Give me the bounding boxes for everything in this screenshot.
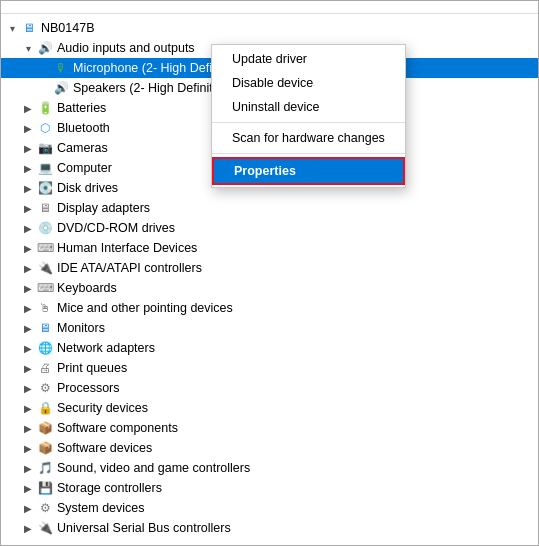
item-label: Audio inputs and outputs — [57, 41, 195, 55]
node-icon: 🌐 — [37, 340, 53, 356]
node-icon: 💾 — [37, 480, 53, 496]
item-label: Software components — [57, 421, 178, 435]
node-icon: 🔒 — [37, 400, 53, 416]
expand-icon[interactable]: ▶ — [21, 361, 35, 375]
tree-item[interactable]: ▶💿DVD/CD-ROM drives — [1, 218, 538, 238]
item-label: IDE ATA/ATAPI controllers — [57, 261, 202, 275]
node-icon: 📦 — [37, 420, 53, 436]
tree-item[interactable]: ▶📦Software devices — [1, 438, 538, 458]
tree-item[interactable]: ▶🎵Sound, video and game controllers — [1, 458, 538, 478]
node-icon: ⌨ — [37, 240, 53, 256]
title-bar — [1, 1, 538, 14]
item-label: Monitors — [57, 321, 105, 335]
tree-item[interactable]: ▶⌨Human Interface Devices — [1, 238, 538, 258]
tree-item[interactable]: ▶🖥Monitors — [1, 318, 538, 338]
item-label: Security devices — [57, 401, 148, 415]
tree-item[interactable]: ▶🔌Universal Serial Bus controllers — [1, 518, 538, 538]
node-icon: 💿 — [37, 220, 53, 236]
expand-icon[interactable]: ▾ — [21, 41, 35, 55]
device-manager-window: ▾🖥NB0147B▾🔊Audio inputs and outputs🎙Micr… — [0, 0, 539, 546]
node-icon: ⚙ — [37, 500, 53, 516]
tree-item[interactable]: ▶🔒Security devices — [1, 398, 538, 418]
expand-icon[interactable]: ▶ — [21, 341, 35, 355]
node-icon: 🖥 — [37, 320, 53, 336]
node-icon: 💻 — [37, 160, 53, 176]
item-label: Processors — [57, 381, 120, 395]
expand-icon[interactable]: ▶ — [21, 261, 35, 275]
expand-icon[interactable]: ▶ — [21, 161, 35, 175]
expand-icon[interactable]: ▶ — [21, 381, 35, 395]
tree-item[interactable]: ▶🖨Print queues — [1, 358, 538, 378]
expand-icon[interactable] — [37, 61, 51, 75]
item-label: Mice and other pointing devices — [57, 301, 233, 315]
context-menu: Update driverDisable deviceUninstall dev… — [211, 44, 406, 188]
expand-icon[interactable]: ▶ — [21, 521, 35, 535]
expand-icon[interactable]: ▶ — [21, 201, 35, 215]
tree-item[interactable]: ▶📦Software components — [1, 418, 538, 438]
item-label: Disk drives — [57, 181, 118, 195]
context-menu-separator — [212, 153, 405, 154]
item-label: Display adapters — [57, 201, 150, 215]
node-icon: 📦 — [37, 440, 53, 456]
expand-icon[interactable]: ▶ — [21, 101, 35, 115]
node-icon: 🎙 — [53, 60, 69, 76]
expand-icon[interactable]: ▶ — [21, 241, 35, 255]
context-menu-item[interactable]: Update driver — [212, 47, 405, 71]
expand-icon[interactable]: ▶ — [21, 421, 35, 435]
device-tree: ▾🖥NB0147B▾🔊Audio inputs and outputs🎙Micr… — [1, 14, 538, 545]
node-icon: 🖥 — [21, 20, 37, 36]
item-label: Cameras — [57, 141, 108, 155]
node-icon: 🔌 — [37, 260, 53, 276]
expand-icon[interactable]: ▶ — [21, 281, 35, 295]
item-label: System devices — [57, 501, 145, 515]
node-icon: 🎵 — [37, 460, 53, 476]
expand-icon[interactable]: ▶ — [21, 461, 35, 475]
tree-item[interactable]: ▶⌨Keyboards — [1, 278, 538, 298]
item-label: Computer — [57, 161, 112, 175]
context-menu-item[interactable]: Scan for hardware changes — [212, 126, 405, 150]
expand-icon[interactable]: ▶ — [21, 321, 35, 335]
context-menu-properties[interactable]: Properties — [212, 157, 405, 185]
expand-icon[interactable]: ▶ — [21, 441, 35, 455]
node-icon: ⌨ — [37, 280, 53, 296]
tree-item[interactable]: ▾🖥NB0147B — [1, 18, 538, 38]
expand-icon[interactable]: ▶ — [21, 301, 35, 315]
expand-icon[interactable]: ▶ — [21, 141, 35, 155]
expand-icon[interactable]: ▶ — [21, 481, 35, 495]
context-menu-item[interactable]: Disable device — [212, 71, 405, 95]
node-icon: 🖥 — [37, 200, 53, 216]
tree-item[interactable]: ▶🌐Network adapters — [1, 338, 538, 358]
tree-item[interactable]: ▶💾Storage controllers — [1, 478, 538, 498]
item-label: Software devices — [57, 441, 152, 455]
node-icon: 🖱 — [37, 300, 53, 316]
expand-icon[interactable]: ▶ — [21, 181, 35, 195]
expand-icon[interactable] — [37, 81, 51, 95]
node-icon: 🔊 — [53, 80, 69, 96]
item-label: Network adapters — [57, 341, 155, 355]
tree-item[interactable]: ▶🔌IDE ATA/ATAPI controllers — [1, 258, 538, 278]
node-icon: ⬡ — [37, 120, 53, 136]
context-menu-item[interactable]: Uninstall device — [212, 95, 405, 119]
node-icon: 💽 — [37, 180, 53, 196]
tree-item[interactable]: ▶⚙Processors — [1, 378, 538, 398]
item-label: Print queues — [57, 361, 127, 375]
expand-icon[interactable]: ▾ — [5, 21, 19, 35]
node-icon: 🔋 — [37, 100, 53, 116]
item-label: Human Interface Devices — [57, 241, 197, 255]
node-icon: 🔌 — [37, 520, 53, 536]
expand-icon[interactable]: ▶ — [21, 121, 35, 135]
item-label: Keyboards — [57, 281, 117, 295]
tree-item[interactable]: ▶⚙System devices — [1, 498, 538, 518]
tree-item[interactable]: ▶🖥Display adapters — [1, 198, 538, 218]
expand-icon[interactable]: ▶ — [21, 221, 35, 235]
item-label: DVD/CD-ROM drives — [57, 221, 175, 235]
expand-icon[interactable]: ▶ — [21, 401, 35, 415]
context-menu-separator — [212, 122, 405, 123]
item-label: NB0147B — [41, 21, 95, 35]
item-label: Batteries — [57, 101, 106, 115]
expand-icon[interactable]: ▶ — [21, 501, 35, 515]
tree-item[interactable]: ▶🖱Mice and other pointing devices — [1, 298, 538, 318]
item-label: Sound, video and game controllers — [57, 461, 250, 475]
node-icon: 🔊 — [37, 40, 53, 56]
node-icon: 🖨 — [37, 360, 53, 376]
